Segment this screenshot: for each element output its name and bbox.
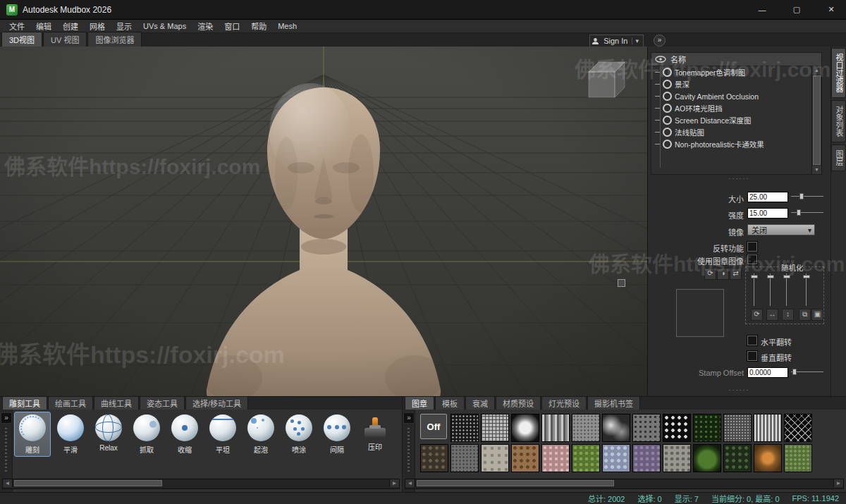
stamp-tray-tab[interactable]: 图章 — [405, 396, 434, 410]
scrollbar-thumb[interactable] — [813, 75, 821, 165]
invert-checkbox[interactable] — [747, 242, 757, 252]
stamp-thumb-leafdk[interactable] — [693, 414, 721, 442]
horizontal-random-icon[interactable]: ↔ — [766, 309, 778, 321]
stamp-thumb-pink[interactable] — [541, 444, 570, 472]
scrollbar-thumb[interactable] — [14, 480, 162, 486]
tool-imprint[interactable]: 压印 — [357, 412, 393, 457]
scroll-left-icon[interactable]: ◄ — [3, 479, 13, 487]
filter-row[interactable]: Non-photorealistic卡通效果 — [655, 138, 812, 150]
menu-item[interactable]: Mesh — [272, 22, 302, 30]
scroll-right-icon[interactable]: ► — [389, 479, 399, 487]
stamp-thumb-speck[interactable] — [450, 414, 479, 442]
filter-row[interactable]: Screen Distance深度图 — [655, 114, 812, 126]
tool-tray-expand-button[interactable]: » — [1, 412, 12, 424]
tool-tray-tab[interactable]: 曲线工具 — [94, 396, 139, 410]
side-tab[interactable]: 对象列表 — [831, 100, 846, 142]
minimize-button[interactable]: — — [747, 0, 777, 19]
stamp-thumb-web[interactable] — [784, 414, 812, 442]
scroll-right-icon[interactable]: ► — [833, 479, 843, 487]
stamp-tray-grip[interactable] — [407, 428, 410, 474]
stamp-thumb-spots[interactable] — [663, 414, 691, 442]
scroll-up-icon[interactable]: ▲ — [812, 66, 821, 75]
stamp-thumb-fine[interactable] — [723, 414, 752, 442]
view-tab[interactable]: UV 视图 — [43, 32, 87, 47]
stamp-tray-tab[interactable]: 摄影机书签 — [587, 396, 640, 410]
viewport-3d[interactable] — [0, 47, 647, 396]
stamp-preview-box[interactable] — [676, 289, 724, 337]
panel-expand-button[interactable]: » — [654, 35, 666, 47]
menu-item[interactable]: 文件 — [4, 20, 30, 32]
close-button[interactable]: ✕ — [816, 0, 846, 19]
stamp-tray-tab[interactable]: 衰减 — [465, 396, 495, 410]
randomize-slider-2[interactable] — [767, 273, 774, 306]
panel-grip[interactable]: ······ — [648, 175, 830, 182]
filter-row[interactable]: AO环境光阻挡 — [655, 102, 812, 114]
swap-stamp-icon[interactable]: ⇄ — [730, 268, 742, 280]
stamp-thumb-cloud[interactable] — [602, 414, 630, 442]
stamp-tray-expand-button[interactable]: » — [403, 412, 415, 424]
stamp-thumb-blob[interactable] — [511, 414, 539, 442]
menu-item[interactable]: 帮助 — [245, 20, 272, 32]
filter-visibility-toggle[interactable] — [663, 104, 672, 113]
stamp-thumb-rocklt[interactable] — [481, 444, 509, 472]
copy-settings-icon[interactable]: ⧉ — [799, 309, 811, 321]
stamp-tray-tab[interactable]: 材质预设 — [496, 396, 541, 410]
tool-flatten[interactable]: 平坦 — [204, 412, 241, 457]
stamp-thumb-rockbr[interactable] — [511, 444, 539, 472]
tool-pinch[interactable]: 收缩 — [166, 412, 203, 457]
menu-item[interactable]: 编辑 — [30, 20, 57, 32]
tool-tray-tab[interactable]: 雕刻工具 — [2, 396, 47, 410]
sign-in-button[interactable]: Sign In ▾ — [589, 35, 644, 47]
view-tab[interactable]: 3D视图 — [1, 32, 42, 47]
stamp-thumb-stripes[interactable] — [754, 414, 782, 442]
filter-visibility-toggle[interactable] — [663, 92, 672, 101]
side-tab[interactable]: 图层 — [831, 145, 846, 171]
tool-tray-scrollbar[interactable]: ◄ ► — [2, 479, 400, 489]
stamp-thumb-moss[interactable] — [784, 444, 812, 472]
filter-visibility-toggle[interactable] — [663, 68, 672, 77]
head-model[interactable] — [0, 47, 647, 396]
scroll-down-icon[interactable]: ▼ — [812, 166, 821, 174]
side-tab[interactable]: 视口过滤器 — [831, 48, 846, 98]
tool-tray-tab[interactable]: 姿态工具 — [140, 396, 185, 410]
paste-settings-icon[interactable]: ▣ — [811, 309, 823, 321]
filter-row[interactable]: 法线贴图 — [655, 126, 812, 138]
panel-grip-bottom[interactable]: ······ — [648, 386, 830, 393]
stamp-thumb-blue[interactable] — [602, 444, 630, 472]
tool-tray-grip[interactable] — [5, 428, 7, 474]
stamp-offset-slider[interactable] — [791, 369, 823, 375]
filter-row[interactable]: Cavity Ambient Occlusion — [655, 90, 812, 102]
tool-spacing[interactable]: 间隔 — [319, 412, 355, 457]
scrollbar-thumb[interactable] — [417, 480, 614, 486]
stamp-thumb-noise[interactable] — [450, 444, 479, 472]
menu-item[interactable]: UVs & Maps — [137, 22, 192, 30]
tool-relax[interactable]: Relax — [90, 412, 127, 457]
vertical-random-icon[interactable]: ↕ — [782, 309, 794, 321]
stamp-thumb-gravel[interactable] — [663, 444, 691, 472]
view-tab[interactable]: 图像浏览器 — [87, 32, 142, 47]
tool-foamy[interactable]: 起泡 — [243, 412, 279, 457]
sign-in-dropdown-icon[interactable]: ▾ — [632, 37, 642, 44]
stamp-off-button[interactable]: Off — [420, 414, 447, 439]
stamp-thumb-dkleaf[interactable] — [723, 444, 752, 472]
strength-slider[interactable] — [791, 209, 823, 216]
stamp-offset-input[interactable] — [747, 367, 788, 378]
stamp-thumb-orange[interactable] — [754, 444, 782, 472]
tool-tray-tab[interactable]: 绘画工具 — [48, 396, 93, 410]
stamp-thumb-gray[interactable] — [572, 414, 600, 442]
tool-smooth[interactable]: 平滑 — [52, 412, 89, 457]
mirror-dropdown[interactable]: 关闭 — [747, 224, 815, 235]
size-input[interactable] — [747, 192, 788, 202]
rotate-stamp-icon[interactable]: ⟳ — [704, 268, 716, 280]
stamp-tray-tab[interactable]: 灯光预设 — [541, 396, 587, 410]
randomize-slider-4[interactable] — [803, 273, 810, 306]
stamp-thumb-leaf[interactable] — [693, 444, 721, 472]
menu-item[interactable]: 创建 — [57, 20, 84, 32]
stamp-thumb-green[interactable] — [572, 444, 600, 472]
flip-horizontal-checkbox[interactable] — [747, 336, 757, 345]
filter-scrollbar[interactable]: ▲ ▼ — [811, 66, 821, 174]
filter-visibility-toggle[interactable] — [663, 80, 672, 89]
stamp-thumb-purple[interactable] — [632, 444, 661, 472]
stamp-tray-tab[interactable]: 模板 — [435, 396, 465, 410]
menu-item[interactable]: 渲染 — [192, 20, 219, 32]
